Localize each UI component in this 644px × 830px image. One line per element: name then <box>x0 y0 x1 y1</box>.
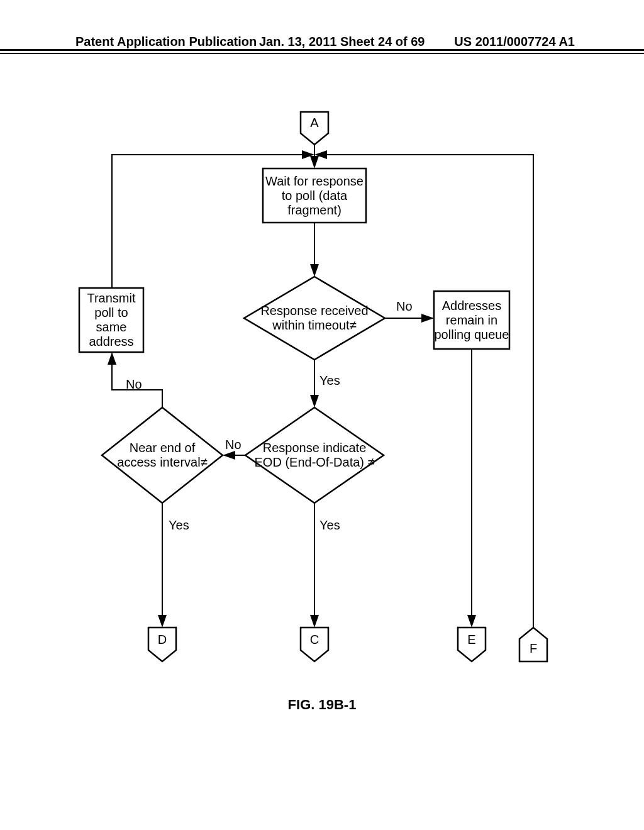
header-left-text: Patent Application Publication <box>75 35 257 49</box>
decision-timeout-text: Response received within timeout≠ <box>255 289 374 347</box>
connector-d-label: D <box>148 633 176 647</box>
label-timeout-no: No <box>396 299 413 314</box>
box-wait-text: Wait for response to poll (data fragment… <box>263 169 366 223</box>
label-eod-yes: Yes <box>319 518 340 533</box>
label-interval-no: No <box>126 377 142 392</box>
decision-interval-text: Near end of access interval≠ <box>112 418 213 493</box>
label-timeout-yes: Yes <box>319 374 340 388</box>
box-addresses-text: Addresses remain in polling queue <box>434 291 509 349</box>
connector-c-label: C <box>301 633 328 647</box>
connector-e-label: E <box>458 633 486 647</box>
header-rule <box>0 49 644 51</box>
figure-caption: FIG. 19B-1 <box>0 697 644 713</box>
flowchart: A Wait for response to poll (data fragme… <box>0 101 644 729</box>
edge-f-loop <box>324 155 533 628</box>
connector-f-label: F <box>519 641 547 656</box>
connector-a-label: A <box>301 116 328 130</box>
decision-eod-text: Response indicate EOD (End-Of-Data) ≠ <box>254 414 375 497</box>
label-eod-no: No <box>225 438 242 452</box>
header-right-text: US 2011/0007724 A1 <box>454 35 575 49</box>
label-interval-yes: Yes <box>169 518 189 533</box>
box-transmit-text: Transmit poll to same address <box>79 288 143 352</box>
page-header: Patent Application Publication Jan. 13, … <box>0 49 644 54</box>
header-center-text: Jan. 13, 2011 Sheet 24 of 69 <box>259 35 425 49</box>
